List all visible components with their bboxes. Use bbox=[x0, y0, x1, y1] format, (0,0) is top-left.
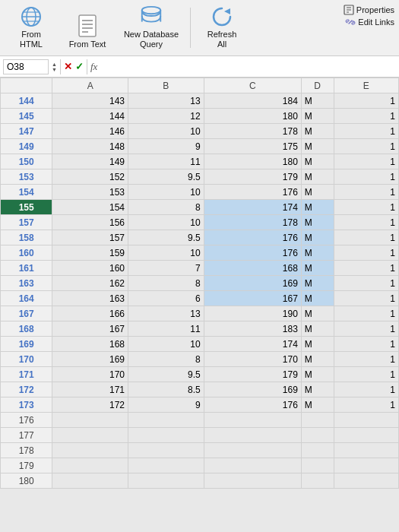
cell-e[interactable]: 1 bbox=[334, 337, 398, 352]
cell-b[interactable] bbox=[128, 443, 204, 458]
cell-c[interactable] bbox=[204, 473, 301, 489]
cell-e[interactable] bbox=[334, 473, 398, 489]
new-database-query-button[interactable]: New DatabaseQuery bbox=[117, 3, 185, 52]
table-row[interactable]: 16716613190M1 bbox=[1, 306, 399, 321]
cell-reference-box[interactable]: O38 bbox=[3, 59, 49, 74]
cell-a[interactable]: 168 bbox=[52, 337, 128, 352]
cell-e[interactable]: 1 bbox=[334, 367, 398, 382]
cell-b[interactable]: 10 bbox=[128, 185, 204, 200]
cell-e[interactable] bbox=[334, 443, 398, 458]
cell-b[interactable]: 8 bbox=[128, 276, 204, 291]
cell-b[interactable]: 10 bbox=[128, 215, 204, 230]
cell-e[interactable]: 1 bbox=[334, 124, 398, 139]
cell-a[interactable]: 143 bbox=[52, 93, 128, 109]
cell-c[interactable]: 183 bbox=[204, 321, 301, 337]
cell-d[interactable]: M bbox=[301, 124, 334, 139]
cell-a[interactable] bbox=[52, 443, 128, 458]
cell-a[interactable]: 171 bbox=[52, 382, 128, 397]
cell-c[interactable]: 190 bbox=[204, 306, 301, 321]
table-row[interactable]: 180 bbox=[1, 473, 399, 489]
cell-c[interactable]: 180 bbox=[204, 154, 301, 169]
from-html-button[interactable]: FromHTML bbox=[5, 3, 58, 52]
refresh-all-button[interactable]: RefreshAll bbox=[195, 3, 249, 52]
table-row[interactable]: 1721718.5169M1 bbox=[1, 382, 399, 397]
table-row[interactable]: 1701698170M1 bbox=[1, 352, 399, 367]
cell-d[interactable]: M bbox=[301, 306, 334, 321]
table-row[interactable]: 177 bbox=[1, 428, 399, 443]
cell-d[interactable]: M bbox=[301, 245, 334, 261]
cell-ref-arrows[interactable]: ▲ ▼ bbox=[52, 62, 57, 72]
confirm-formula-icon[interactable]: ✓ bbox=[75, 61, 84, 72]
cell-e[interactable]: 1 bbox=[334, 215, 398, 230]
cell-e[interactable]: 1 bbox=[334, 93, 398, 109]
cell-b[interactable]: 6 bbox=[128, 291, 204, 306]
cell-c[interactable]: 174 bbox=[204, 200, 301, 215]
table-row[interactable]: 179 bbox=[1, 458, 399, 473]
cell-c[interactable]: 176 bbox=[204, 245, 301, 261]
cell-d[interactable]: M bbox=[301, 215, 334, 230]
cell-d[interactable]: M bbox=[301, 93, 334, 109]
cell-b[interactable]: 10 bbox=[128, 124, 204, 139]
cell-a[interactable]: 152 bbox=[52, 169, 128, 185]
table-row[interactable]: 1551548174M1 bbox=[1, 200, 399, 215]
cell-d[interactable]: M bbox=[301, 367, 334, 382]
cell-e[interactable]: 1 bbox=[334, 109, 398, 124]
cell-a[interactable]: 172 bbox=[52, 397, 128, 413]
cell-e[interactable]: 1 bbox=[334, 200, 398, 215]
cell-a[interactable]: 170 bbox=[52, 367, 128, 382]
cell-e[interactable]: 1 bbox=[334, 397, 398, 413]
cell-a[interactable]: 167 bbox=[52, 321, 128, 337]
cell-a[interactable]: 149 bbox=[52, 154, 128, 169]
from-text-button[interactable]: From Text bbox=[61, 3, 114, 52]
cell-e[interactable]: 1 bbox=[334, 352, 398, 367]
cell-c[interactable]: 179 bbox=[204, 169, 301, 185]
cell-b[interactable]: 9 bbox=[128, 139, 204, 154]
cell-c[interactable]: 178 bbox=[204, 124, 301, 139]
cell-e[interactable] bbox=[334, 428, 398, 443]
col-header-e[interactable]: E bbox=[334, 78, 398, 93]
cell-a[interactable]: 157 bbox=[52, 230, 128, 245]
cell-e[interactable]: 1 bbox=[334, 245, 398, 261]
cell-c[interactable] bbox=[204, 428, 301, 443]
cell-d[interactable]: M bbox=[301, 382, 334, 397]
cell-b[interactable]: 13 bbox=[128, 306, 204, 321]
table-row[interactable]: 15014911180M1 bbox=[1, 154, 399, 169]
table-row[interactable]: 1731729176M1 bbox=[1, 397, 399, 413]
cell-a[interactable]: 159 bbox=[52, 245, 128, 261]
cell-d[interactable] bbox=[301, 428, 334, 443]
cell-a[interactable]: 156 bbox=[52, 215, 128, 230]
arrow-down-icon[interactable]: ▼ bbox=[52, 67, 57, 72]
cell-d[interactable]: M bbox=[301, 261, 334, 276]
cell-d[interactable] bbox=[301, 443, 334, 458]
cell-b[interactable]: 9.5 bbox=[128, 367, 204, 382]
cell-a[interactable]: 146 bbox=[52, 124, 128, 139]
cell-a[interactable]: 148 bbox=[52, 139, 128, 154]
table-row[interactable]: 1641636167M1 bbox=[1, 291, 399, 306]
table-row[interactable]: 178 bbox=[1, 443, 399, 458]
cell-a[interactable] bbox=[52, 428, 128, 443]
cell-d[interactable]: M bbox=[301, 230, 334, 245]
cell-e[interactable] bbox=[334, 458, 398, 473]
table-row[interactable]: 1531529.5179M1 bbox=[1, 169, 399, 185]
cell-b[interactable]: 13 bbox=[128, 93, 204, 109]
cell-b[interactable]: 12 bbox=[128, 109, 204, 124]
cell-c[interactable]: 174 bbox=[204, 337, 301, 352]
cell-b[interactable] bbox=[128, 413, 204, 428]
cell-e[interactable]: 1 bbox=[334, 139, 398, 154]
cell-d[interactable]: M bbox=[301, 109, 334, 124]
cell-a[interactable]: 154 bbox=[52, 200, 128, 215]
cell-c[interactable]: 180 bbox=[204, 109, 301, 124]
table-row[interactable]: 16015910176M1 bbox=[1, 245, 399, 261]
cell-d[interactable]: M bbox=[301, 337, 334, 352]
cell-c[interactable]: 176 bbox=[204, 230, 301, 245]
cell-e[interactable]: 1 bbox=[334, 276, 398, 291]
cell-e[interactable]: 1 bbox=[334, 185, 398, 200]
cell-d[interactable] bbox=[301, 413, 334, 428]
cell-b[interactable] bbox=[128, 458, 204, 473]
table-row[interactable]: 1611607168M1 bbox=[1, 261, 399, 276]
table-row[interactable]: 1631628169M1 bbox=[1, 276, 399, 291]
cell-a[interactable]: 163 bbox=[52, 291, 128, 306]
cell-e[interactable]: 1 bbox=[334, 230, 398, 245]
cell-a[interactable]: 144 bbox=[52, 109, 128, 124]
cell-b[interactable] bbox=[128, 428, 204, 443]
